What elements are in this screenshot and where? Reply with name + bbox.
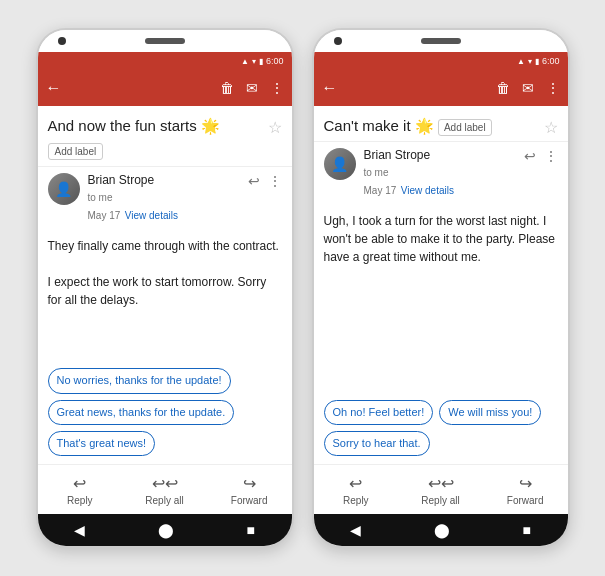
more-icon-toolbar-2[interactable]: ⋮ bbox=[546, 80, 560, 96]
email-subject-row-1: And now the fun starts 🌟 ☆ bbox=[38, 106, 292, 141]
reply-icon-2: ↩ bbox=[349, 474, 362, 493]
reply-button-2[interactable]: ↩ Reply bbox=[314, 465, 399, 514]
avatar-1: 👤 bbox=[48, 173, 80, 205]
email-date-2: May 17 bbox=[364, 185, 397, 196]
wifi-icon-2: ▾ bbox=[528, 57, 532, 66]
mail-icon-1[interactable]: ✉ bbox=[246, 80, 258, 96]
sender-name-2: Brian Strope bbox=[364, 148, 516, 162]
add-label-btn-1[interactable]: Add label bbox=[38, 141, 292, 166]
email-meta-info-1: Brian Strope to me May 17 View details bbox=[88, 173, 240, 223]
star-icon-1[interactable]: ☆ bbox=[268, 118, 282, 137]
forward-icon-2: ↪ bbox=[519, 474, 532, 493]
reply-all-button-2[interactable]: ↩↩ Reply all bbox=[398, 465, 483, 514]
avatar-img-1: 👤 bbox=[48, 173, 80, 205]
reply-all-label-2: Reply all bbox=[421, 495, 459, 506]
email-body-text-3: Ugh, I took a turn for the worst last ni… bbox=[324, 212, 558, 266]
email-meta-actions-2: ↩ ⋮ bbox=[524, 148, 558, 164]
nav-home-1[interactable]: ⬤ bbox=[158, 522, 174, 538]
reply-label-2: Reply bbox=[343, 495, 369, 506]
reply-icon-small-2[interactable]: ↩ bbox=[524, 148, 536, 164]
avatar-2: 👤 bbox=[324, 148, 356, 180]
reply-icon-small-1[interactable]: ↩ bbox=[248, 173, 260, 189]
email-to-1: to me bbox=[88, 192, 113, 203]
phone-top-bar-1 bbox=[38, 30, 292, 52]
smart-reply-2-0[interactable]: Oh no! Feel better! bbox=[324, 400, 434, 425]
forward-label-2: Forward bbox=[507, 495, 544, 506]
email-content-2: Can't make it 🌟 Add label ☆ 👤 Brian Stro… bbox=[314, 106, 568, 464]
nav-bar-1: ◀ ⬤ ■ bbox=[38, 514, 292, 546]
back-button-2[interactable]: ← bbox=[322, 79, 338, 97]
phone-2: ▲ ▾ ▮ 6:00 ← 🗑 ✉ ⋮ Can't make it 🌟 Add l… bbox=[312, 28, 570, 548]
battery-icon-1: ▮ bbox=[259, 57, 263, 66]
nav-square-1[interactable]: ■ bbox=[247, 522, 255, 538]
view-details-1[interactable]: View details bbox=[125, 210, 178, 221]
email-body-2: Ugh, I took a turn for the worst last ni… bbox=[314, 204, 568, 392]
toolbar-1: ← 🗑 ✉ ⋮ bbox=[38, 70, 292, 106]
email-meta-1: 👤 Brian Strope to me May 17 View details… bbox=[38, 166, 292, 229]
star-icon-2[interactable]: ☆ bbox=[544, 118, 558, 137]
time-1: 6:00 bbox=[266, 56, 284, 66]
email-subject-row-2: Can't make it 🌟 Add label ☆ bbox=[314, 106, 568, 141]
more-icon-2[interactable]: ⋮ bbox=[544, 148, 558, 164]
smart-reply-2-2[interactable]: Sorry to hear that. bbox=[324, 431, 430, 456]
camera-dot-1 bbox=[58, 37, 66, 45]
speaker-1 bbox=[145, 38, 185, 44]
trash-icon-2[interactable]: 🗑 bbox=[496, 80, 510, 96]
email-date-1: May 17 bbox=[88, 210, 121, 221]
back-button-1[interactable]: ← bbox=[46, 79, 62, 97]
wifi-icon-1: ▾ bbox=[252, 57, 256, 66]
reply-label-1: Reply bbox=[67, 495, 93, 506]
phones-container: ▲ ▾ ▮ 6:00 ← 🗑 ✉ ⋮ And now the fun start… bbox=[36, 28, 570, 548]
nav-back-2[interactable]: ◀ bbox=[350, 522, 361, 538]
speaker-2 bbox=[421, 38, 461, 44]
status-bar-content-2: ▲ ▾ ▮ 6:00 bbox=[517, 56, 559, 66]
nav-home-2[interactable]: ⬤ bbox=[434, 522, 450, 538]
smart-reply-1-1[interactable]: Great news, thanks for the update. bbox=[48, 400, 235, 425]
forward-button-2[interactable]: ↪ Forward bbox=[483, 465, 568, 514]
smart-reply-1-2[interactable]: That's great news! bbox=[48, 431, 156, 456]
trash-icon-1[interactable]: 🗑 bbox=[220, 80, 234, 96]
reply-all-icon-1: ↩↩ bbox=[152, 474, 178, 493]
email-meta-info-2: Brian Strope to me May 17 View details bbox=[364, 148, 516, 198]
forward-icon-1: ↪ bbox=[243, 474, 256, 493]
email-body-text-1: They finally came through with the contr… bbox=[48, 237, 282, 255]
more-icon-toolbar-1[interactable]: ⋮ bbox=[270, 80, 284, 96]
email-body-text-2: I expect the work to start tomorrow. Sor… bbox=[48, 273, 282, 309]
email-to-2: to me bbox=[364, 167, 389, 178]
avatar-img-2: 👤 bbox=[324, 148, 356, 180]
nav-square-2[interactable]: ■ bbox=[523, 522, 531, 538]
view-details-2[interactable]: View details bbox=[401, 185, 454, 196]
reply-all-icon-2: ↩↩ bbox=[428, 474, 454, 493]
reply-all-label-1: Reply all bbox=[145, 495, 183, 506]
smart-reply-1-0[interactable]: No worries, thanks for the update! bbox=[48, 368, 231, 393]
reply-button-1[interactable]: ↩ Reply bbox=[38, 465, 123, 514]
more-icon-1[interactable]: ⋮ bbox=[268, 173, 282, 189]
forward-button-1[interactable]: ↪ Forward bbox=[207, 465, 292, 514]
email-subject-2: Can't make it 🌟 Add label bbox=[324, 116, 538, 136]
forward-label-1: Forward bbox=[231, 495, 268, 506]
email-body-1: They finally came through with the contr… bbox=[38, 229, 292, 360]
nav-back-1[interactable]: ◀ bbox=[74, 522, 85, 538]
email-subject-1: And now the fun starts 🌟 bbox=[48, 116, 262, 136]
phone-1: ▲ ▾ ▮ 6:00 ← 🗑 ✉ ⋮ And now the fun start… bbox=[36, 28, 294, 548]
mail-icon-2[interactable]: ✉ bbox=[522, 80, 534, 96]
toolbar-2: ← 🗑 ✉ ⋮ bbox=[314, 70, 568, 106]
signal-icon-2: ▲ bbox=[517, 57, 525, 66]
email-meta-actions-1: ↩ ⋮ bbox=[248, 173, 282, 189]
smart-reply-2-1[interactable]: We will miss you! bbox=[439, 400, 541, 425]
smart-replies-2: Oh no! Feel better! We will miss you! So… bbox=[314, 392, 568, 464]
signal-icon-1: ▲ bbox=[241, 57, 249, 66]
phone-top-bar-2 bbox=[314, 30, 568, 52]
battery-icon-2: ▮ bbox=[535, 57, 539, 66]
action-bar-1: ↩ Reply ↩↩ Reply all ↪ Forward bbox=[38, 464, 292, 514]
action-bar-2: ↩ Reply ↩↩ Reply all ↪ Forward bbox=[314, 464, 568, 514]
status-bar-2: ▲ ▾ ▮ 6:00 bbox=[314, 52, 568, 70]
reply-icon-1: ↩ bbox=[73, 474, 86, 493]
smart-replies-1: No worries, thanks for the update! Great… bbox=[38, 360, 292, 464]
nav-bar-2: ◀ ⬤ ■ bbox=[314, 514, 568, 546]
reply-all-button-1[interactable]: ↩↩ Reply all bbox=[122, 465, 207, 514]
status-bar-content-1: ▲ ▾ ▮ 6:00 bbox=[241, 56, 283, 66]
add-label-text-1[interactable]: Add label bbox=[48, 143, 104, 160]
camera-dot-2 bbox=[334, 37, 342, 45]
email-meta-2: 👤 Brian Strope to me May 17 View details… bbox=[314, 141, 568, 204]
